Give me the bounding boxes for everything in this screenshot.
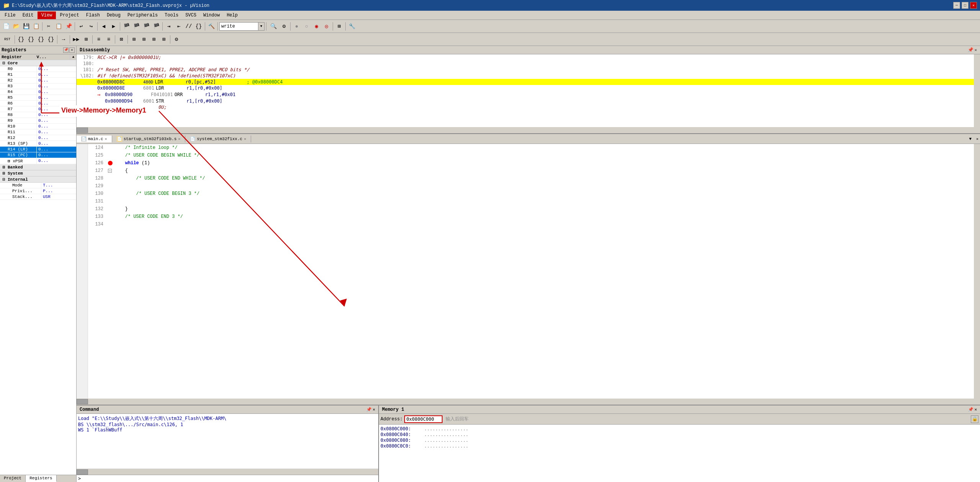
reg-row-r11[interactable]: R11 0... [0, 129, 76, 135]
reg-row-r13[interactable]: R13 (SP) 0... [0, 141, 76, 147]
disasm-hscroll-thumb[interactable] [77, 127, 88, 133]
new-button[interactable]: 📄 [2, 22, 11, 31]
memory-content[interactable]: 0x0800C000: ................ 0x0800C040:… [379, 425, 980, 482]
debug-red1-button[interactable]: ◉ [312, 22, 321, 31]
menu-tools[interactable]: Tools [162, 12, 181, 19]
rst-button[interactable]: RST [2, 35, 13, 44]
maximize-button[interactable]: □ [962, 2, 969, 9]
bookmark1-button[interactable]: 🏴 [122, 22, 131, 31]
minimize-button[interactable]: ─ [953, 2, 960, 9]
reg-row-r0[interactable]: R0 0... [0, 66, 76, 72]
reg-scroll-up[interactable]: ▲ [70, 54, 76, 60]
menu-debug[interactable]: Debug [104, 12, 124, 19]
find-button[interactable]: 🔍 [268, 22, 279, 31]
disasm-close[interactable]: ✕ [974, 47, 977, 52]
code-tab-main-close[interactable]: ✕ [105, 137, 107, 141]
menu-flash[interactable]: Flash [83, 12, 103, 19]
disasm-row-d90[interactable]: ⇒ 0x08000D90 F0410101 ORR r1,r1,#0x01 [77, 91, 974, 98]
reg-row-r15[interactable]: R15 (PC) 0... [0, 152, 76, 158]
debug-tb8[interactable]: ≡ [104, 35, 113, 44]
reg-row-r8[interactable]: R8 0... [0, 112, 76, 118]
outdent-button[interactable]: ⇤ [174, 22, 183, 31]
uncomment-button[interactable]: {} [194, 22, 203, 31]
redo-button[interactable]: ↪ [87, 22, 96, 31]
code-tab-startup[interactable]: 📄 startup_stm32f103xb.s ✕ [112, 136, 186, 142]
disasm-row-d8e[interactable]: 0x08000D8E 6801 LDR r1,[r0,#0x00] [77, 85, 974, 91]
nav-back-button[interactable]: ◀ [99, 22, 108, 31]
disasm-row-d8c[interactable]: 0x08000D8C 480D LDR r0,[pc,#52] ; @0x080… [77, 79, 974, 85]
memory-lock-button[interactable]: 🔒 [971, 415, 978, 423]
reg-row-r2[interactable]: R2 0... [0, 78, 76, 83]
command-pin[interactable]: 📌 [366, 407, 372, 412]
debug-tb11[interactable]: ⊞ [139, 35, 149, 44]
command-horiz-scroll[interactable] [77, 469, 378, 475]
comment-button[interactable]: // [184, 22, 193, 31]
undo-button[interactable]: ↩ [77, 22, 86, 31]
debug-tb14[interactable]: ⚙ [172, 35, 181, 44]
reg-row-r3[interactable]: R3 0... [0, 83, 76, 89]
tab-registers[interactable]: Registers [26, 475, 56, 482]
menu-file[interactable]: File [2, 12, 19, 19]
paste-button[interactable]: 📌 [64, 22, 73, 31]
write-input-container[interactable]: ▼ [219, 22, 265, 31]
debug-stop-button[interactable]: ○ [302, 22, 311, 31]
disasm-horiz-scroll[interactable] [77, 127, 980, 133]
tools-button[interactable]: 🔧 [347, 22, 356, 31]
view-toggle-button[interactable]: ⊞ [335, 22, 344, 31]
write-dropdown-button[interactable]: ▼ [258, 23, 264, 30]
memory-close[interactable]: ✕ [974, 407, 977, 412]
settings-button[interactable]: ⚙ [279, 22, 289, 31]
reg-row-r7[interactable]: R7 0... [0, 106, 76, 112]
reg-group-system[interactable]: ⊞ System [0, 170, 76, 176]
menu-peripherals[interactable]: Peripherals [124, 12, 161, 19]
reg-row-r9[interactable]: R9 0... [0, 118, 76, 124]
disasm-row-d94[interactable]: 0x08000D94 6001 STR r1,[r0,#0x00] [77, 98, 974, 104]
code-panel-close[interactable]: ✕ [975, 136, 980, 142]
breakpoint-126[interactable] [108, 161, 113, 165]
copy-button[interactable]: 📋 [54, 22, 63, 31]
build-icon[interactable]: 🔨 [207, 22, 216, 31]
nav-fwd-button[interactable]: ▶ [109, 22, 118, 31]
reg-group-banked[interactable]: ⊞ Banked [0, 164, 76, 170]
tab-project[interactable]: Project [0, 475, 26, 482]
code-tab-system-close[interactable]: ✕ [244, 137, 246, 141]
reg-row-mode[interactable]: Mode T... [0, 183, 76, 188]
menu-view[interactable]: View [38, 11, 56, 19]
save-all-button[interactable]: 📋 [31, 22, 41, 31]
collapse-127[interactable]: − [108, 169, 112, 173]
debug-tb12[interactable]: ⊞ [149, 35, 158, 44]
code-hscroll-thumb[interactable] [77, 399, 88, 404]
reg-row-r14[interactable]: R14 (LR) 0... [0, 147, 76, 152]
command-close[interactable]: ✕ [372, 407, 375, 412]
debug-tb9[interactable]: ⊠ [117, 35, 126, 44]
reg-row-stack[interactable]: Stack... USR [0, 194, 76, 200]
code-horiz-scroll[interactable] [77, 399, 980, 405]
reg-group-core[interactable]: ⊟ Core [0, 60, 76, 66]
debug-tb10[interactable]: ⊞ [129, 35, 139, 44]
debug-tb2[interactable]: {} [26, 35, 36, 44]
reg-row-r6[interactable]: R6 0... [0, 101, 76, 106]
reg-row-r5[interactable]: R5 0... [0, 95, 76, 101]
indent-button[interactable]: ⇥ [164, 22, 173, 31]
menu-edit[interactable]: Edit [20, 12, 37, 19]
menu-project[interactable]: Project [57, 12, 82, 19]
close-button[interactable]: ✕ [970, 2, 977, 9]
command-hscroll-thumb[interactable] [77, 469, 88, 475]
menu-svcs[interactable]: SVCS [182, 12, 199, 19]
reg-row-r4[interactable]: R4 0... [0, 89, 76, 95]
save-button[interactable]: 💾 [21, 22, 31, 31]
debug-tb13[interactable]: ⊞ [159, 35, 168, 44]
reg-row-r10[interactable]: R10 0... [0, 124, 76, 129]
registers-close[interactable]: ✕ [69, 47, 75, 53]
bookmark4-button[interactable]: 🏴 [152, 22, 161, 31]
menu-help[interactable]: Help [224, 12, 241, 19]
reg-group-internal[interactable]: ⊟ Internal [0, 176, 76, 183]
registers-pin[interactable]: 📌 [63, 47, 69, 53]
disasm-pin[interactable]: 📌 [968, 47, 973, 53]
debug-start-button[interactable]: ● [292, 22, 301, 31]
debug-tb4[interactable]: {} [46, 35, 56, 44]
disasm-scrollbar[interactable] [974, 54, 980, 127]
debug-arrow[interactable]: → [59, 35, 68, 44]
reg-row-privi[interactable]: Privi... P... [0, 188, 76, 194]
disasm-content[interactable]: 179: RCC->CR |= 0x00000001U; 180: 181: /… [77, 54, 980, 127]
